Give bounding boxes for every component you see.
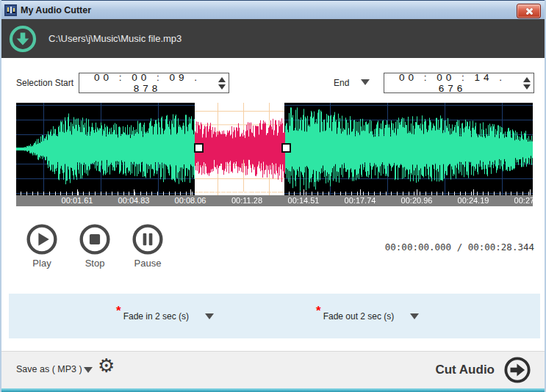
stop-label: Stop [85,258,105,269]
fade-out-control[interactable]: * Fade out 2 sec (s) [316,294,419,338]
spinner-up-icon[interactable] [218,77,226,82]
pause-icon [132,223,164,255]
app-window: My Audio Cutter C:\Users\j\Music\Music f… [0,0,546,392]
window-bottom-border [0,388,546,392]
stop-button[interactable]: Stop [79,223,111,269]
time-label: 00:08.06 [175,196,206,205]
fade-out-label: Fade out 2 sec (s) [323,311,395,322]
save-as-dropdown[interactable]: Save as ( MP3 ) [16,364,82,374]
selection-start-value[interactable]: 00 : 00 : 09 . 878 [79,72,215,94]
time-label: 00:17.74 [345,196,376,205]
waveform-display[interactable] [16,103,533,195]
time-label: 00:11.28 [231,196,262,205]
title-bar: My Audio Cutter [0,0,546,19]
file-path: C:\Users\j\Music\Music file.mp3 [49,33,182,44]
spinner-up-icon[interactable] [523,77,531,82]
spinner-down-icon[interactable] [523,84,531,90]
selection-right-handle[interactable] [281,143,291,153]
time-label: 00:04.83 [118,196,150,205]
time-label: 00:14.51 [288,196,320,205]
stop-icon [79,223,111,255]
cut-audio-label: Cut Audio [435,363,495,377]
time-label: 00:24.19 [458,196,489,205]
fade-in-label: Fade in 2 sec (s) [123,311,189,322]
gear-icon[interactable]: ⚙ [98,355,115,377]
window-title: My Audio Cutter [21,5,91,15]
end-dropdown-label[interactable]: End [334,78,349,88]
fade-in-dropdown-icon[interactable] [205,313,214,319]
selection-start-label: Selection Start [16,78,73,88]
end-dropdown-icon[interactable] [361,79,370,85]
app-icon [4,4,17,16]
time-label: 00:20.96 [401,196,433,205]
play-label: Play [32,258,51,269]
play-button[interactable]: Play [26,223,58,269]
close-icon [525,7,533,15]
file-banner: C:\Users\j\Music\Music file.mp3 [1,19,545,58]
cut-arrow-icon [503,356,531,384]
selection-end-spinbox: 00 : 00 : 14 . 676 [384,73,534,93]
save-as-dropdown-icon[interactable] [84,367,93,373]
fade-panel: * Fade in 2 sec (s) * Fade out 2 sec (s) [9,294,540,338]
spinner-down-icon[interactable] [218,84,226,90]
selection-left-handle[interactable] [194,143,204,153]
pause-button[interactable]: Pause [132,223,164,269]
selection-end-value[interactable]: 00 : 00 : 14 . 676 [384,72,520,94]
selection-start-spinbox: 00 : 00 : 09 . 878 [79,73,229,93]
waveform-timebar: 00:01.6100:04.8300:08.0600:11.2800:14.51… [16,195,533,206]
fade-in-required-marker: * [116,304,121,319]
bottom-bar: Save as ( MP3 ) ⚙ Cut Audio [1,351,545,388]
transport-controls: Play Stop Pause [26,223,164,269]
close-button[interactable] [517,4,541,18]
cut-audio-button[interactable]: Cut Audio [435,356,531,384]
selection-end-spinner[interactable] [520,73,534,92]
waveform-panel: 00:01.6100:04.8300:08.0600:11.2800:14.51… [16,103,533,206]
time-label: 00:27.41 [514,196,546,205]
fade-in-control[interactable]: * Fade in 2 sec (s) [116,294,214,338]
pause-label: Pause [134,258,162,269]
download-icon[interactable] [9,25,37,53]
time-label: 00:01.61 [62,196,93,205]
selection-start-spinner[interactable] [215,73,229,92]
fade-out-required-marker: * [316,304,321,319]
play-icon [26,223,58,255]
playback-time-display: 00:00:00.000 / 00:00:28.344 [385,242,534,253]
fade-out-dropdown-icon[interactable] [410,313,419,319]
